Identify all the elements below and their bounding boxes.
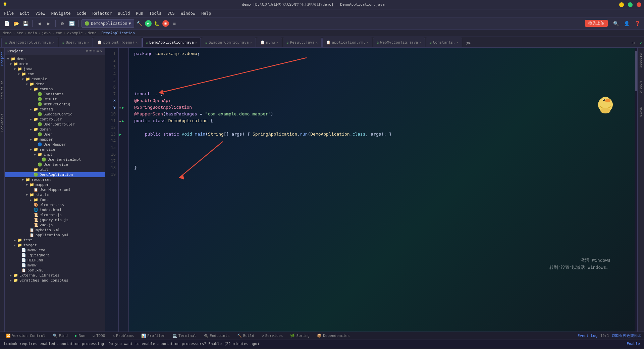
tab-usercontroller-close[interactable]: ✕	[52, 41, 54, 44]
tree-mvnw-cmd[interactable]: 📄 mvnw.cmd	[5, 248, 105, 253]
minimize-button[interactable]	[619, 2, 624, 7]
build-btn[interactable]: 🔨	[136, 19, 144, 28]
tree-jquery[interactable]: 📜 jquery.min.js	[5, 217, 105, 222]
menu-edit[interactable]: Edit	[17, 10, 32, 16]
save-btn[interactable]: 💾	[21, 19, 30, 28]
tree-user[interactable]: 🟢 User	[5, 132, 105, 137]
build-tab[interactable]: 🔨 Build	[234, 333, 258, 339]
tree-swaggerconfig[interactable]: 🟢 SwaggerConfig	[5, 112, 105, 117]
run-config-dropdown[interactable]: 🟢 DemoApplication ▼	[82, 19, 134, 28]
tree-static[interactable]: ▼ 📁 static	[5, 192, 105, 197]
terminal-tab[interactable]: 💻 Terminal	[169, 333, 200, 339]
sort-icon[interactable]: ≡	[90, 49, 92, 53]
tree-usermapper-xml[interactable]: 📋 UserMapper.xml	[5, 187, 105, 192]
tree-test[interactable]: ▶ 📁 test	[5, 238, 105, 243]
todo-tab[interactable]: ☑ TODO	[89, 333, 108, 339]
endpoints-tab[interactable]: 🔌 Endpoints	[200, 333, 233, 339]
debug-btn[interactable]: 🐛	[153, 19, 161, 28]
tab-result-close[interactable]: ✕	[316, 41, 318, 44]
gradle-tab[interactable]: Gradle	[638, 80, 643, 95]
tab-constants-close[interactable]: ✕	[457, 41, 459, 44]
tree-java[interactable]: ▼ 📁 java	[5, 66, 105, 71]
structure-tab[interactable]: Structure	[0, 79, 5, 100]
tree-element-css[interactable]: 🎨 element.css	[5, 202, 105, 207]
run-button[interactable]: ▶	[145, 20, 152, 27]
close-button[interactable]	[637, 2, 641, 7]
profile-icon[interactable]: 👤	[623, 19, 631, 28]
tab-swagger[interactable]: ☕ SwaggerConfig.java ✕	[202, 38, 256, 47]
services-tab[interactable]: ⚙ Services	[258, 333, 286, 339]
maven-tab[interactable]: Maven	[638, 105, 643, 118]
split-editor-btn[interactable]: ⊞	[629, 39, 637, 47]
project-tab[interactable]: Project	[0, 50, 5, 67]
tree-demoapplication[interactable]: 🟢 DemoApplication	[5, 172, 105, 177]
tree-application-yml[interactable]: 📋 application.yml	[5, 233, 105, 238]
enable-annotation-btn[interactable]: Enable	[627, 342, 640, 346]
menu-file[interactable]: File	[1, 10, 16, 16]
maximize-button[interactable]	[628, 2, 633, 7]
tree-usermapper[interactable]: 🔵 UserMapper	[5, 142, 105, 147]
tab-mvnw[interactable]: 📋 mvnw ✕	[257, 38, 282, 47]
tree-element-js[interactable]: 📜 element.js	[5, 212, 105, 217]
search-icon[interactable]: 🔍	[612, 19, 620, 28]
tree-com[interactable]: ▼ 📁 com	[5, 71, 105, 77]
cn-upload-button[interactable]: 抢先上传	[585, 20, 608, 27]
tab-overflow-btn[interactable]: ≫	[464, 39, 472, 47]
tree-mybatis[interactable]: 📋 mybatis.xml	[5, 228, 105, 233]
breadcrumb-class[interactable]: DemoApplication	[101, 31, 135, 35]
tab-app-close[interactable]: ✕	[367, 41, 369, 44]
breadcrumb-java[interactable]: java	[42, 31, 51, 35]
tab-webmvc[interactable]: ☕ WebMvcConfig.java ✕	[373, 38, 425, 47]
run-icon-11[interactable]: ▶	[122, 119, 124, 123]
new-file-btn[interactable]: 📄	[3, 19, 11, 28]
tree-example[interactable]: ▼ 📁 example	[5, 77, 105, 82]
menu-build[interactable]: Build	[115, 10, 132, 16]
menu-help[interactable]: Help	[199, 10, 214, 16]
tree-external-libs[interactable]: ▶ 📁 External Libraries	[5, 273, 105, 278]
tab-demoapplication[interactable]: ☕ DemoApplication.java ✕	[142, 38, 201, 47]
help-icon[interactable]: ❓	[633, 19, 641, 28]
run-icon-13[interactable]: ▶	[119, 133, 121, 136]
edit-icon[interactable]: ✏	[119, 106, 121, 109]
menu-refactor[interactable]: Refactor	[90, 10, 114, 16]
profiler-tab[interactable]: 📊 Profiler	[138, 333, 168, 339]
menu-view[interactable]: View	[33, 10, 48, 16]
tree-demo-root[interactable]: ▼ 📁 demo	[5, 56, 105, 61]
breadcrumb-main[interactable]: main	[28, 31, 37, 35]
tab-swagger-close[interactable]: ✕	[250, 41, 252, 44]
open-btn[interactable]: 📂	[12, 19, 20, 28]
editor-scrollbar[interactable]	[635, 48, 637, 332]
menu-run[interactable]: Run	[133, 10, 146, 16]
back-btn[interactable]: ◀	[35, 19, 43, 28]
tab-usercontroller[interactable]: ☕ UserController.java ✕	[1, 38, 58, 47]
tree-main[interactable]: ▼ 📁 main	[5, 61, 105, 66]
tab-demo-close[interactable]: ✕	[195, 41, 197, 44]
tree-mapper[interactable]: ▼ 📁 mapper	[5, 137, 105, 142]
breadcrumb-src[interactable]: src	[16, 31, 23, 35]
spring-tab[interactable]: 🌿 Spring	[287, 333, 313, 339]
tab-mvnw-close[interactable]: ✕	[276, 41, 278, 44]
tree-impl[interactable]: ▼ 📁 impl	[5, 152, 105, 157]
tab-pom[interactable]: 📋 pom.xml (demo) ✕	[94, 38, 142, 47]
tree-common[interactable]: ▼ 📁 common	[5, 87, 105, 92]
breadcrumb-com[interactable]: com	[56, 31, 62, 35]
tree-controller[interactable]: ▼ 📁 controller	[5, 117, 105, 122]
menu-tools[interactable]: Tools	[147, 10, 164, 16]
code-area[interactable]: package com.example.demo; import ...; @E…	[129, 48, 635, 332]
tree-help[interactable]: 📄 HELP.md	[5, 258, 105, 263]
tree-util[interactable]: 📁 util	[5, 167, 105, 172]
tree-resources[interactable]: ▼ 📁 resources	[5, 177, 105, 182]
forward-btn[interactable]: ▶	[45, 19, 53, 28]
tree-service[interactable]: ▼ 📁 service	[5, 147, 105, 152]
tab-constants[interactable]: ☕ Constants. ✕	[426, 38, 462, 47]
tab-user-close[interactable]: ✕	[87, 41, 89, 44]
tree-index-html[interactable]: 🌐 index.html	[5, 207, 105, 212]
run-icon[interactable]: ▶	[122, 106, 124, 109]
tree-webmvcconfig[interactable]: 🟢 WebMvcConfig	[5, 102, 105, 107]
tab-application[interactable]: 📋 application.yml ✕	[322, 38, 372, 47]
tree-vue[interactable]: 📜 vue.js	[5, 222, 105, 228]
event-log-label[interactable]: Event Log	[578, 334, 598, 338]
tree-demo2[interactable]: ▼ 📁 demo	[5, 82, 105, 87]
tree-config[interactable]: ▼ 📁 config	[5, 107, 105, 112]
close-panel-icon[interactable]: ✕	[100, 49, 102, 53]
